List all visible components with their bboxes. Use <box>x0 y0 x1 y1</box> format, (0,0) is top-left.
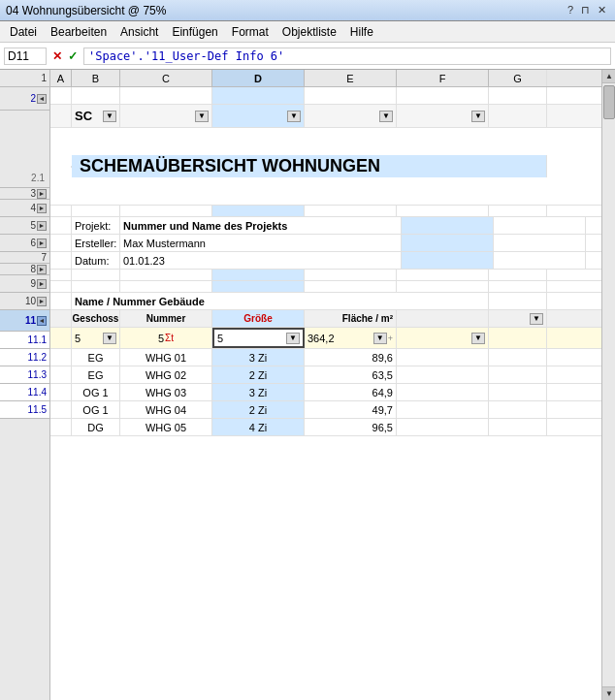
cell-2-E[interactable]: ▼ <box>305 105 397 127</box>
cell-2-D-dropdown[interactable]: ▼ <box>287 111 301 122</box>
row-8-expand-btn[interactable]: ► <box>37 265 47 274</box>
cell-4-B[interactable]: Projekt: <box>72 217 120 234</box>
cell-6-E[interactable] <box>494 252 586 269</box>
cell-11-2-B[interactable]: EG <box>72 366 120 383</box>
cell-8-F[interactable] <box>397 281 489 292</box>
cell-11-1-D[interactable]: 3 Zi <box>212 349 305 366</box>
cell-8-A[interactable] <box>50 281 72 292</box>
cell-6-B[interactable]: Datum: <box>72 252 120 269</box>
cell-2-F[interactable]: ▼ <box>397 105 489 127</box>
cell-10-F[interactable] <box>397 310 489 327</box>
row-2-expand-btn[interactable]: ◄ <box>37 94 47 104</box>
cell-11-1-F[interactable] <box>397 349 489 366</box>
scroll-down-btn[interactable]: ▼ <box>602 686 615 700</box>
cell-7-C[interactable] <box>120 270 212 280</box>
row-3-expand-btn[interactable]: ► <box>37 189 47 199</box>
row-5-expand-btn[interactable]: ► <box>37 221 47 231</box>
cell-2-1-A[interactable] <box>50 166 72 168</box>
menu-einfuegen[interactable]: Einfügen <box>166 23 223 41</box>
cell-11-3-G[interactable] <box>489 384 547 400</box>
cell-11-2-D[interactable]: 2 Zi <box>212 366 305 383</box>
cell-11-A[interactable] <box>50 328 72 348</box>
cell-7-B[interactable] <box>72 270 120 280</box>
scroll-track[interactable] <box>602 83 615 686</box>
cell-11-B[interactable]: 5 ▼ <box>72 328 120 348</box>
cell-11-5-A[interactable] <box>50 419 72 435</box>
cell-10-C[interactable]: Nummer <box>120 310 212 327</box>
cell-11-1-G[interactable] <box>489 349 547 366</box>
empty-area[interactable] <box>50 436 601 700</box>
cell-11-5-E[interactable]: 96,5 <box>305 419 397 435</box>
cell-11-B-dropdown[interactable]: ▼ <box>103 333 116 344</box>
cell-9-G[interactable] <box>489 293 547 309</box>
cell-11-5-D[interactable]: 4 Zi <box>212 419 305 435</box>
cell-11-4-G[interactable] <box>489 401 547 418</box>
cell-11-5-C[interactable]: WHG 05 <box>120 419 212 435</box>
cell-2-E-dropdown[interactable]: ▼ <box>379 111 393 122</box>
cell-8-C[interactable] <box>120 281 212 292</box>
confirm-formula-btn[interactable]: ✓ <box>66 49 80 63</box>
col-G-dropdown-btn[interactable]: ▼ <box>530 313 543 325</box>
cell-11-5-G[interactable] <box>489 419 547 435</box>
cell-5-C[interactable]: Max Mustermann <box>120 235 402 251</box>
cell-11-3-C[interactable]: WHG 03 <box>120 384 212 400</box>
cell-8-D[interactable] <box>212 281 305 292</box>
cell-1-A[interactable] <box>50 87 72 104</box>
cell-10-B[interactable]: Geschoss <box>72 310 120 327</box>
cell-2-A[interactable] <box>50 105 72 127</box>
cell-4-C[interactable]: Nummer und Name des Projekts <box>120 217 402 234</box>
cell-11-E-dropdown[interactable]: ▼ <box>373 333 387 344</box>
cell-7-D[interactable] <box>212 270 305 280</box>
cell-3-C[interactable] <box>120 206 212 216</box>
row-4-expand-btn[interactable]: ► <box>37 204 47 213</box>
cell-2-1-BtoG[interactable]: SCHEMAÜBERSICHT WOHNUNGEN <box>72 155 547 177</box>
cell-2-C-dropdown[interactable]: ▼ <box>195 111 209 122</box>
cell-6-D[interactable] <box>402 252 494 269</box>
row-6-expand-btn[interactable]: ► <box>37 239 47 248</box>
cell-2-G[interactable] <box>489 105 547 127</box>
cell-11-1-B[interactable]: EG <box>72 349 120 366</box>
row-10-expand-btn[interactable]: ► <box>37 297 47 306</box>
vertical-scrollbar[interactable]: ▲ ▼ <box>601 70 615 700</box>
cell-1-B[interactable] <box>72 87 120 104</box>
cell-11-4-A[interactable] <box>50 401 72 418</box>
cell-11-5-F[interactable] <box>397 419 489 435</box>
cell-11-E[interactable]: 364,2 ▼ + <box>305 328 397 348</box>
cell-11-1-A[interactable] <box>50 349 72 366</box>
help-btn[interactable]: ? <box>565 4 576 16</box>
cell-11-2-C[interactable]: WHG 02 <box>120 366 212 383</box>
cell-5-E[interactable] <box>494 235 586 251</box>
cell-5-F[interactable] <box>586 235 601 251</box>
cell-11-4-B[interactable]: OG 1 <box>72 401 120 418</box>
cell-2-F-dropdown[interactable]: ▼ <box>471 111 485 122</box>
cell-6-F[interactable] <box>586 252 601 269</box>
scroll-up-btn[interactable]: ▲ <box>602 70 615 83</box>
cell-4-F[interactable] <box>586 217 601 234</box>
cell-11-3-F[interactable] <box>397 384 489 400</box>
row-11-expand-btn[interactable]: ◄ <box>37 316 47 326</box>
menu-datei[interactable]: Datei <box>4 23 43 41</box>
cell-11-1-C[interactable]: WHG 01 <box>120 349 212 366</box>
cell-4-A[interactable] <box>50 217 72 234</box>
cell-11-3-D[interactable]: 3 Zi <box>212 384 305 400</box>
cell-4-E[interactable] <box>494 217 586 234</box>
cell-11-G[interactable] <box>489 328 547 348</box>
menu-bearbeiten[interactable]: Bearbeiten <box>45 23 113 41</box>
cell-5-A[interactable] <box>50 235 72 251</box>
cell-11-2-F[interactable] <box>397 366 489 383</box>
cell-11-D[interactable]: 5 ▼ <box>212 328 305 348</box>
cell-1-F[interactable] <box>397 87 489 104</box>
cell-7-F[interactable] <box>397 270 489 280</box>
cell-7-A[interactable] <box>50 270 72 280</box>
sc-dropdown-btn[interactable]: ▼ <box>103 111 116 122</box>
cell-6-C[interactable]: 01.01.23 <box>120 252 402 269</box>
cell-5-D[interactable] <box>402 235 494 251</box>
cell-10-A[interactable] <box>50 310 72 327</box>
cell-10-E[interactable]: Fläche / m² <box>305 310 397 327</box>
cell-11-2-A[interactable] <box>50 366 72 383</box>
cell-2-B[interactable]: SC ▼ <box>72 105 120 127</box>
menu-ansicht[interactable]: Ansicht <box>114 23 164 41</box>
cell-11-2-G[interactable] <box>489 366 547 383</box>
menu-hilfe[interactable]: Hilfe <box>344 23 379 41</box>
cell-1-D[interactable] <box>212 87 305 104</box>
